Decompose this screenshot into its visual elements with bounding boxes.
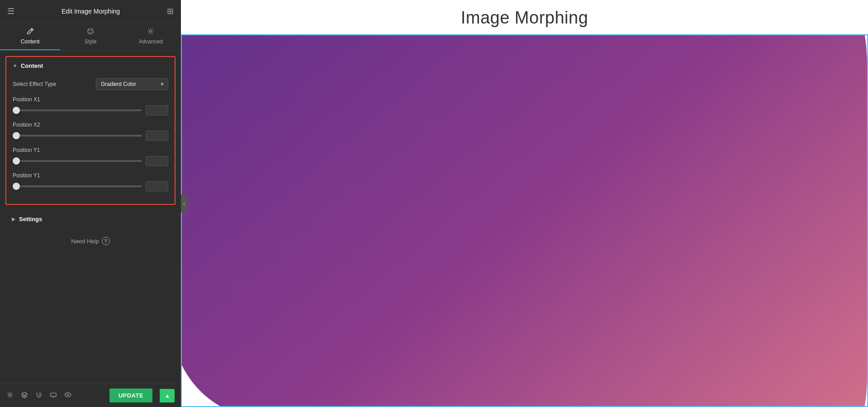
effect-type-row: Select Effect Type Gradient Color Image … bbox=[13, 78, 168, 90]
hamburger-icon[interactable]: ☰ bbox=[7, 6, 14, 16]
settings-icon[interactable] bbox=[6, 391, 14, 400]
morph-blob-svg bbox=[182, 35, 867, 406]
effect-type-label: Select Effect Type bbox=[13, 81, 56, 87]
bottom-toolbar: UPDATE ▲ bbox=[0, 383, 181, 407]
slider-y1-row bbox=[13, 156, 168, 166]
canvas-area bbox=[181, 34, 868, 407]
slider-x2-input[interactable] bbox=[13, 135, 142, 137]
content-section-header[interactable]: ▼ Content bbox=[6, 57, 175, 75]
eye-icon[interactable] bbox=[64, 391, 71, 400]
svg-point-6 bbox=[9, 393, 11, 396]
svg-point-5 bbox=[150, 30, 152, 33]
slider-y1-value[interactable] bbox=[146, 156, 168, 166]
effect-type-select[interactable]: Gradient Color Image Color bbox=[96, 78, 168, 90]
slider-y1-input[interactable] bbox=[13, 160, 142, 162]
panel-title: Edit Image Morphing bbox=[62, 8, 120, 15]
tab-content[interactable]: Content bbox=[0, 23, 60, 50]
help-question-icon: ? bbox=[102, 237, 110, 245]
page-title: Image Morphing bbox=[190, 8, 859, 28]
advanced-tab-icon bbox=[147, 28, 154, 37]
tab-style[interactable]: Style bbox=[60, 23, 120, 50]
content-tab-icon bbox=[27, 28, 34, 37]
svg-point-4 bbox=[90, 32, 91, 33]
content-chevron-icon: ▼ bbox=[13, 63, 17, 68]
settings-section-title: Settings bbox=[19, 216, 42, 222]
svg-rect-9 bbox=[51, 393, 56, 397]
responsive-icon[interactable] bbox=[50, 391, 57, 400]
slider-x1-label: Position X1 bbox=[13, 96, 168, 103]
tab-content-label: Content bbox=[21, 38, 40, 45]
slider-y1-label: Position Y1 bbox=[13, 147, 168, 153]
svg-point-2 bbox=[89, 30, 90, 31]
tab-advanced-label: Advanced bbox=[139, 38, 163, 45]
slider-x2-row bbox=[13, 131, 168, 141]
svg-point-3 bbox=[91, 30, 92, 31]
svg-line-8 bbox=[39, 395, 40, 396]
content-section: ▼ Content Select Effect Type Gradient Co… bbox=[5, 56, 175, 205]
slider-y1b-label: Position Y1 bbox=[13, 172, 168, 179]
tab-style-label: Style bbox=[85, 38, 97, 45]
morph-blob-container bbox=[182, 35, 867, 406]
slider-y1b-row bbox=[13, 181, 168, 191]
slider-group-y1: Position Y1 bbox=[13, 147, 168, 166]
left-panel: ☰ Edit Image Morphing ⊞ Content bbox=[0, 0, 181, 407]
slider-x1-input[interactable] bbox=[13, 109, 142, 111]
slider-x2-value[interactable] bbox=[146, 131, 168, 141]
effect-select-wrapper: Gradient Color Image Color ▼ bbox=[96, 78, 168, 90]
tab-advanced[interactable]: Advanced bbox=[121, 23, 181, 50]
history-icon[interactable] bbox=[35, 391, 43, 400]
layers-icon[interactable] bbox=[21, 391, 28, 400]
svg-line-0 bbox=[31, 29, 33, 31]
content-section-title: Content bbox=[21, 62, 43, 69]
need-help-label: Need Help bbox=[71, 238, 99, 245]
grid-icon[interactable]: ⊞ bbox=[167, 6, 174, 16]
content-section-body: Select Effect Type Gradient Color Image … bbox=[6, 75, 175, 204]
need-help[interactable]: Need Help ? bbox=[0, 228, 181, 254]
settings-section: ▶ Settings bbox=[5, 210, 175, 228]
slider-y1b-input[interactable] bbox=[13, 185, 142, 187]
slider-y1b-value[interactable] bbox=[146, 181, 168, 191]
settings-section-header[interactable]: ▶ Settings bbox=[5, 210, 175, 228]
update-button[interactable]: UPDATE bbox=[109, 388, 152, 402]
update-dropdown-button[interactable]: ▲ bbox=[160, 389, 175, 402]
svg-point-1 bbox=[88, 28, 93, 34]
slider-group-y1b: Position Y1 bbox=[13, 172, 168, 191]
slider-x1-value[interactable] bbox=[146, 105, 168, 115]
panel-content: ▼ Content Select Effect Type Gradient Co… bbox=[0, 51, 181, 383]
panel-header: ☰ Edit Image Morphing ⊞ bbox=[0, 0, 181, 23]
svg-point-12 bbox=[67, 394, 69, 396]
page-title-bar: Image Morphing bbox=[181, 0, 868, 34]
slider-group-x1: Position X1 bbox=[13, 96, 168, 115]
settings-chevron-icon: ▶ bbox=[12, 217, 15, 222]
right-area: Image Morphing bbox=[181, 0, 868, 407]
slider-group-x2: Position X2 bbox=[13, 122, 168, 141]
collapse-handle[interactable]: ‹ bbox=[181, 194, 187, 213]
tab-bar: Content Style Advanc bbox=[0, 23, 181, 51]
slider-x1-row bbox=[13, 105, 168, 115]
style-tab-icon bbox=[87, 28, 94, 37]
slider-x2-label: Position X2 bbox=[13, 122, 168, 128]
